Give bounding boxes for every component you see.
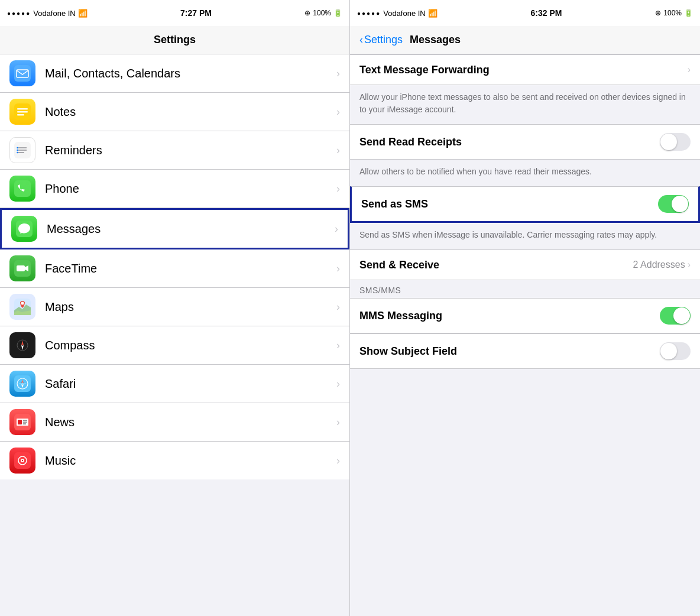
mms-messaging-toggle[interactable] bbox=[660, 307, 691, 325]
right-status-time: 6:32 PM bbox=[531, 8, 562, 18]
show-subject-field-label: Show Subject Field bbox=[359, 345, 457, 358]
mail-chevron: › bbox=[336, 67, 340, 80]
send-receive-value-group: 2 Addresses › bbox=[633, 260, 691, 270]
back-button[interactable]: ‹ Settings bbox=[359, 34, 403, 46]
right-content: Text Message Forwarding › Allow your iPh… bbox=[350, 54, 700, 616]
send-as-sms-row[interactable]: Send as SMS bbox=[350, 186, 700, 223]
messages-svg bbox=[16, 221, 33, 237]
left-panel: ●●●●● Vodafone IN 📶 7:27 PM ⊕ 100% 🔋 Set… bbox=[0, 0, 350, 616]
safari-label: Safari bbox=[45, 377, 336, 391]
settings-item-mail[interactable]: Mail, Contacts, Calendars › bbox=[0, 54, 349, 93]
phone-chevron: › bbox=[336, 183, 340, 195]
maps-label: Maps bbox=[45, 300, 336, 314]
text-message-forwarding-row[interactable]: Text Message Forwarding › bbox=[350, 54, 700, 85]
left-status-battery: ⊕ 100% 🔋 bbox=[304, 9, 342, 17]
safari-svg bbox=[14, 375, 31, 392]
settings-item-phone[interactable]: Phone › bbox=[0, 170, 349, 208]
svg-point-12 bbox=[17, 152, 18, 153]
smsmms-label: SMS/MMS bbox=[359, 286, 401, 295]
right-status-bar: ●●●●● Vodafone IN 📶 6:32 PM ⊕ 100% 🔋 bbox=[350, 0, 700, 26]
mms-messaging-label: MMS Messaging bbox=[359, 310, 442, 322]
left-nav-bar: Settings bbox=[0, 26, 349, 54]
reminders-label: Reminders bbox=[45, 144, 336, 157]
send-read-receipts-toggle[interactable] bbox=[660, 133, 691, 151]
svg-rect-13 bbox=[14, 180, 31, 197]
messages-label: Messages bbox=[47, 222, 335, 236]
svg-point-39 bbox=[22, 460, 23, 461]
svg-rect-33 bbox=[23, 420, 27, 421]
compass-svg bbox=[14, 337, 31, 354]
notes-chevron: › bbox=[336, 106, 340, 118]
settings-item-music[interactable]: Music › bbox=[0, 442, 349, 479]
send-as-sms-desc: Send as SMS when iMessage is unavailable… bbox=[350, 223, 700, 249]
svg-rect-3 bbox=[17, 108, 28, 110]
svg-point-11 bbox=[17, 150, 18, 151]
show-subject-field-knob bbox=[660, 343, 677, 359]
svg-point-19 bbox=[21, 302, 24, 305]
notes-icon bbox=[9, 99, 35, 125]
maps-svg bbox=[14, 299, 31, 315]
left-status-bar: ●●●●● Vodafone IN 📶 7:27 PM ⊕ 100% 🔋 bbox=[0, 0, 349, 26]
left-title: Settings bbox=[154, 34, 196, 46]
settings-item-safari[interactable]: Safari › bbox=[0, 365, 349, 403]
settings-item-messages[interactable]: Messages › bbox=[0, 208, 349, 249]
send-as-sms-label: Send as SMS bbox=[361, 198, 428, 210]
mail-svg bbox=[14, 65, 31, 82]
reminders-chevron: › bbox=[336, 144, 340, 157]
messages-chevron: › bbox=[335, 223, 338, 235]
settings-list: Mail, Contacts, Calendars › Notes › bbox=[0, 54, 349, 616]
phone-svg bbox=[14, 180, 31, 197]
phone-label: Phone bbox=[45, 182, 336, 196]
text-message-forwarding-desc: Allow your iPhone text messages to also … bbox=[350, 85, 700, 124]
send-receive-label: Send & Receive bbox=[359, 259, 439, 271]
safari-chevron: › bbox=[336, 378, 340, 390]
svg-point-10 bbox=[17, 147, 18, 148]
svg-rect-35 bbox=[23, 423, 26, 424]
left-status-time: 7:27 PM bbox=[180, 8, 212, 18]
send-read-receipts-label: Send Read Receipts bbox=[359, 136, 462, 148]
mms-messaging-knob bbox=[673, 307, 690, 324]
facetime-icon bbox=[9, 255, 35, 281]
settings-item-reminders[interactable]: Reminders › bbox=[0, 131, 349, 170]
settings-item-news[interactable]: News › bbox=[0, 403, 349, 442]
send-as-sms-toggle[interactable] bbox=[658, 195, 689, 213]
music-chevron: › bbox=[336, 455, 340, 467]
send-read-receipts-desc: Allow others to be notified when you hav… bbox=[350, 160, 700, 186]
facetime-label: FaceTime bbox=[45, 262, 336, 275]
news-svg bbox=[14, 414, 31, 430]
news-icon bbox=[9, 409, 35, 435]
text-message-forwarding-chevron: › bbox=[688, 64, 691, 75]
mail-icon bbox=[9, 60, 35, 86]
svg-rect-20 bbox=[14, 337, 31, 354]
svg-rect-32 bbox=[18, 420, 22, 424]
right-panel: ●●●●● Vodafone IN 📶 6:32 PM ⊕ 100% 🔋 ‹ S… bbox=[350, 0, 700, 616]
smsmms-section-header: SMS/MMS bbox=[350, 280, 700, 298]
send-receive-row[interactable]: Send & Receive 2 Addresses › bbox=[350, 249, 700, 280]
left-status-carrier: ●●●●● Vodafone IN 📶 bbox=[7, 9, 88, 18]
facetime-svg bbox=[14, 260, 31, 277]
svg-rect-5 bbox=[17, 114, 24, 116]
show-subject-field-toggle[interactable] bbox=[660, 342, 691, 360]
settings-item-maps[interactable]: Maps › bbox=[0, 288, 349, 326]
settings-item-compass[interactable]: Compass › bbox=[0, 326, 349, 365]
settings-item-facetime[interactable]: FaceTime › bbox=[0, 249, 349, 288]
svg-rect-16 bbox=[17, 265, 25, 271]
show-subject-field-row[interactable]: Show Subject Field bbox=[350, 333, 700, 369]
safari-icon bbox=[9, 371, 35, 397]
right-title: Messages bbox=[410, 34, 461, 46]
send-read-receipts-row[interactable]: Send Read Receipts bbox=[350, 124, 700, 160]
compass-chevron: › bbox=[336, 339, 340, 352]
settings-item-notes[interactable]: Notes › bbox=[0, 93, 349, 131]
music-label: Music bbox=[45, 454, 336, 468]
notes-svg bbox=[14, 103, 31, 120]
right-nav-bar: ‹ Settings Messages bbox=[350, 26, 700, 54]
send-receive-chevron: › bbox=[688, 260, 691, 270]
music-icon bbox=[9, 448, 35, 474]
right-status-battery: ⊕ 100% 🔋 bbox=[655, 9, 693, 17]
phone-icon bbox=[9, 176, 35, 202]
svg-rect-4 bbox=[17, 111, 28, 113]
mms-messaging-row[interactable]: MMS Messaging bbox=[350, 298, 700, 333]
right-status-carrier: ●●●●● Vodafone IN 📶 bbox=[357, 9, 438, 18]
compass-label: Compass bbox=[45, 339, 336, 352]
send-receive-count: 2 Addresses bbox=[633, 260, 685, 270]
